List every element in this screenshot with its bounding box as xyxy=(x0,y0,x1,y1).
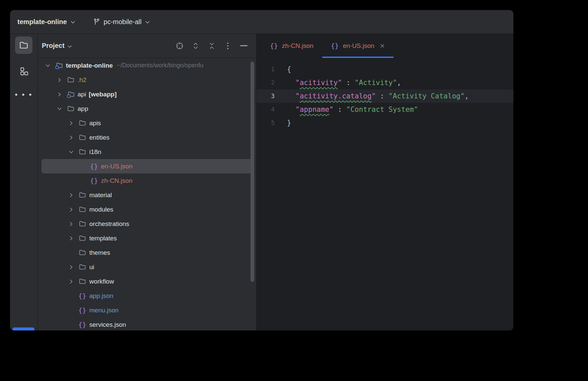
code-line-3[interactable]: 3 "acitivity.catalog" : "Activity Catalo… xyxy=(257,89,513,103)
chevron-right-icon[interactable] xyxy=(67,134,75,142)
project-tree: template-online~/Documents/work/bingo/op… xyxy=(38,58,256,330)
editor-tab-bar: {}zh-CN.json{}en-US.json xyxy=(257,34,513,58)
chevron-right-icon[interactable] xyxy=(56,90,64,98)
json-icon: {} xyxy=(331,42,339,50)
code-text: "acitivity" : "Activity", xyxy=(275,76,401,89)
project-widget[interactable]: template-online xyxy=(17,18,76,26)
folder-module-icon xyxy=(66,90,75,98)
tree-item-orchestrations[interactable]: orchestrations xyxy=(41,217,253,231)
editor-tab-zh-CN.json[interactable]: {}zh-CN.json xyxy=(261,34,322,58)
tree-item-api[interactable]: api[webapp] xyxy=(41,87,253,101)
tree-item-label: .h2 xyxy=(78,76,86,84)
project-panel-title[interactable]: Project xyxy=(42,42,65,50)
chevron-right-icon[interactable] xyxy=(67,278,75,286)
chevron-right-icon[interactable] xyxy=(67,191,75,199)
options-kebab-icon[interactable] xyxy=(223,42,232,50)
tree-item-material[interactable]: material xyxy=(41,188,253,202)
folder-icon xyxy=(78,206,87,214)
tree-item-label: en-US.json xyxy=(101,163,132,170)
chevron-right-icon[interactable] xyxy=(67,263,75,271)
chevron-spacer xyxy=(79,177,87,185)
project-tool-button[interactable] xyxy=(15,36,32,54)
tool-window-stripe: • • • xyxy=(10,34,38,330)
tree-item-label: modules xyxy=(89,206,113,213)
tree-item-apis[interactable]: apis xyxy=(41,116,253,130)
structure-icon xyxy=(19,66,29,76)
tree-item-menu.json[interactable]: {}menu.json xyxy=(41,303,253,317)
tree-item-label: app xyxy=(78,105,88,112)
folder-icon xyxy=(78,278,87,286)
tree-item-entities[interactable]: entities xyxy=(41,130,253,145)
tree-item-template-online[interactable]: template-online~/Documents/work/bingo/op… xyxy=(41,58,253,73)
tree-item-app.json[interactable]: {}app.json xyxy=(41,289,253,303)
tree-item-label: api xyxy=(78,91,86,98)
project-scrollbar-thumb[interactable] xyxy=(251,62,254,282)
chevron-right-icon[interactable] xyxy=(56,76,64,84)
chevron-down-icon[interactable] xyxy=(56,105,64,113)
tree-item-.h2[interactable]: .h2 xyxy=(41,73,253,87)
project-name: template-online xyxy=(17,18,67,26)
collapse-all-icon[interactable] xyxy=(207,42,216,50)
code-text: "appname" : "Contract System" xyxy=(275,103,418,116)
code-line-5[interactable]: 5} xyxy=(257,116,513,130)
tree-item-suffix: [webapp] xyxy=(89,91,116,98)
close-tab-icon[interactable] xyxy=(380,43,385,49)
tree-item-themes[interactable]: themes xyxy=(41,245,253,260)
chevron-down-icon xyxy=(67,44,72,49)
code-line-1[interactable]: 1{ xyxy=(257,63,513,76)
chevron-right-icon[interactable] xyxy=(67,119,75,127)
code-line-2[interactable]: 2 "acitivity" : "Activity", xyxy=(257,76,513,89)
folder-icon xyxy=(66,105,75,113)
branch-name: pc-mobile-all xyxy=(104,18,141,26)
tree-item-label: ui xyxy=(89,263,94,271)
locate-file-icon[interactable] xyxy=(175,42,184,50)
tree-item-workflow[interactable]: workflow xyxy=(41,274,253,289)
tree-item-en-US.json[interactable]: {}en-US.json xyxy=(41,159,253,173)
chevron-right-icon[interactable] xyxy=(67,220,75,228)
folder-icon xyxy=(78,119,87,127)
tree-item-i18n[interactable]: i18n xyxy=(41,145,253,159)
project-panel: Project xyxy=(38,34,257,330)
tree-item-modules[interactable]: modules xyxy=(41,202,253,217)
tree-item-zh-CN.json[interactable]: {}zh-CN.json xyxy=(41,173,253,188)
tree-item-templates[interactable]: templates xyxy=(41,231,253,245)
chevron-spacer xyxy=(67,306,75,314)
code-editor[interactable]: 1{2 "acitivity" : "Activity",3 "acitivit… xyxy=(257,58,513,330)
chevron-down-icon[interactable] xyxy=(67,148,75,156)
chevron-right-icon[interactable] xyxy=(67,206,75,214)
chevron-right-icon[interactable] xyxy=(67,234,75,242)
main-toolbar: template-online pc-mobile-all xyxy=(10,10,513,34)
line-number: 5 xyxy=(257,116,275,130)
tree-item-label: apis xyxy=(89,120,101,127)
editor-tab-en-US.json[interactable]: {}en-US.json xyxy=(322,34,394,58)
vcs-branch-widget[interactable]: pc-mobile-all xyxy=(93,18,150,26)
tree-item-label: menu.json xyxy=(89,307,119,314)
code-text: "acitivity.catalog" : "Activity Catalog"… xyxy=(275,89,469,103)
folder-icon xyxy=(78,220,87,228)
folder-icon xyxy=(78,191,87,199)
tree-item-label: workflow xyxy=(89,278,114,285)
chevron-spacer xyxy=(67,321,75,329)
git-branch-icon xyxy=(93,18,100,25)
chevron-spacer xyxy=(67,292,75,300)
more-tool-windows-icon[interactable]: • • • xyxy=(15,90,33,99)
json-icon: {} xyxy=(78,321,87,329)
tree-item-label: entities xyxy=(89,134,109,141)
hide-panel-icon[interactable] xyxy=(239,42,248,50)
structure-tool-button[interactable] xyxy=(15,63,32,80)
code-line-4[interactable]: 4 "appname" : "Contract System" xyxy=(257,103,513,116)
tree-item-services.json[interactable]: {}services.json xyxy=(41,317,253,330)
tree-item-label: orchestrations xyxy=(89,220,129,228)
line-number: 2 xyxy=(257,76,275,89)
code-text: { xyxy=(275,63,291,76)
tree-item-app[interactable]: app xyxy=(41,101,253,116)
code-text: } xyxy=(275,116,291,130)
chevron-down-icon[interactable] xyxy=(44,62,52,70)
chevron-down-icon xyxy=(70,19,76,25)
json-icon: {} xyxy=(78,306,87,314)
tree-item-ui[interactable]: ui xyxy=(41,260,253,274)
sidebar-bottom-accent xyxy=(12,327,34,330)
folder-icon xyxy=(19,40,29,50)
tree-item-label: i18n xyxy=(89,148,101,156)
expand-all-icon[interactable] xyxy=(191,42,200,50)
